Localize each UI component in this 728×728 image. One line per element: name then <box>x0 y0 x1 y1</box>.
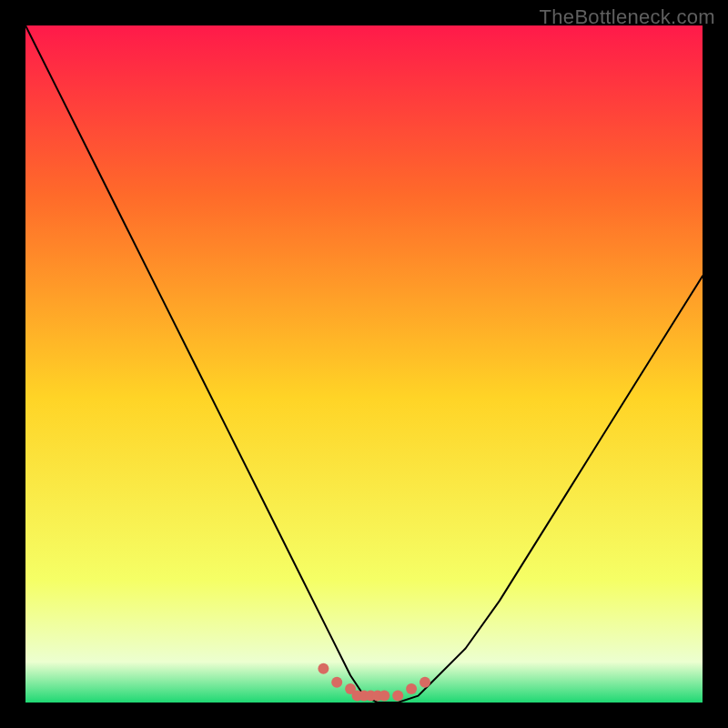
plot-area <box>25 25 703 703</box>
gradient-background <box>25 25 703 703</box>
trough-marker <box>331 677 342 688</box>
trough-marker <box>406 683 417 694</box>
trough-marker <box>420 677 430 688</box>
trough-marker <box>392 691 403 702</box>
chart-svg <box>25 25 703 703</box>
chart-frame: TheBottleneck.com <box>0 0 728 728</box>
trough-marker <box>379 691 389 702</box>
watermark-text: TheBottleneck.com <box>540 5 715 29</box>
trough-marker <box>318 663 329 674</box>
